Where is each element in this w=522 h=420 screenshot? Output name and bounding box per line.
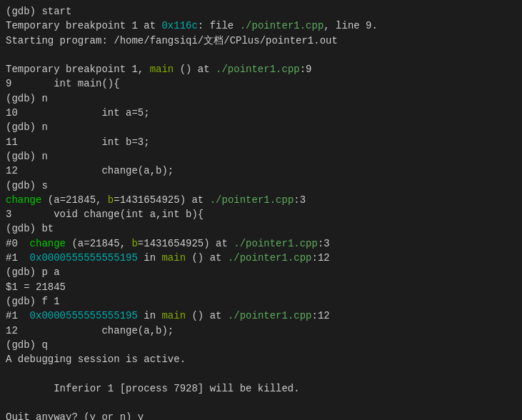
terminal-line: #1 0x0000555555555195 in main () at ./po… <box>6 251 516 265</box>
terminal-line: (gdb) n <box>6 149 516 164</box>
terminal-line: (gdb) n <box>6 120 516 134</box>
terminal-line: (gdb) s <box>6 179 516 193</box>
terminal-line: 12 change(a,b); <box>6 164 516 178</box>
terminal-line: Inferior 1 [process 7928] will be killed… <box>6 381 516 396</box>
terminal: (gdb) start Temporary breakpoint 1 at 0x… <box>0 0 522 420</box>
terminal-line <box>6 396 516 410</box>
terminal-line: #1 0x0000555555555195 in main () at ./po… <box>6 309 516 323</box>
terminal-line: (gdb) p a <box>6 265 516 279</box>
terminal-line: (gdb) f 1 <box>6 294 516 309</box>
terminal-line: Temporary breakpoint 1 at 0x116c: file .… <box>6 19 516 33</box>
terminal-line: $1 = 21845 <box>6 280 516 294</box>
terminal-line: A debugging session is active. <box>6 352 516 366</box>
terminal-line <box>6 366 516 381</box>
or-text: or <box>101 411 114 420</box>
terminal-line: 12 change(a,b); <box>6 324 516 338</box>
terminal-line: Temporary breakpoint 1, main () at ./poi… <box>6 62 516 76</box>
terminal-line: (gdb) bt <box>6 221 516 236</box>
terminal-line: (gdb) n <box>6 91 516 106</box>
terminal-line: 9 int main(){ <box>6 76 516 91</box>
terminal-line: Quit anyway? (y or n) y <box>6 410 516 420</box>
terminal-line: (gdb) start <box>6 4 516 19</box>
terminal-line: change (a=21845, b=1431654925) at ./poin… <box>6 193 516 207</box>
terminal-line: 3 void change(int a,int b){ <box>6 207 516 221</box>
terminal-line: 11 int b=3; <box>6 135 516 149</box>
terminal-line: (gdb) q <box>6 338 516 352</box>
terminal-line: Starting program: /home/fangsiqi/文档/CPlu… <box>6 34 516 48</box>
terminal-line: 10 int a=5; <box>6 106 516 120</box>
terminal-line: #0 change (a=21845, b=1431654925) at ./p… <box>6 236 516 251</box>
terminal-line <box>6 48 516 62</box>
